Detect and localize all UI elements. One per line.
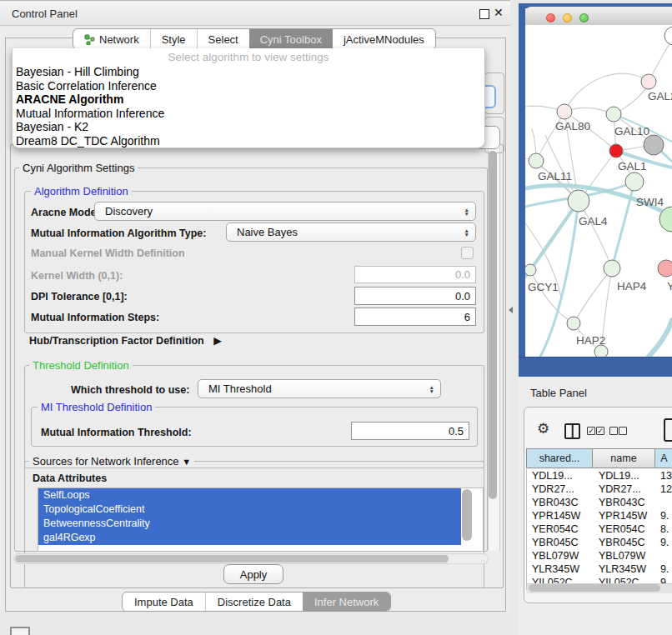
network-node-y[interactable] — [658, 260, 672, 277]
network-node-label: SWI4 — [636, 196, 664, 208]
which-threshold-combo[interactable]: MI Threshold ▲▼ — [198, 379, 441, 398]
tab-infer-network[interactable]: Infer Network — [303, 592, 390, 611]
sources-title[interactable]: Sources for Network Inference ▼ — [29, 455, 194, 468]
tab-network[interactable]: Network — [73, 29, 150, 49]
network-node-hap2[interactable] — [567, 317, 580, 330]
table-row[interactable]: YLR345WYLR345W9. — [527, 562, 672, 576]
deselect-all-checkbox-icon[interactable] — [619, 427, 627, 435]
deselect-all-checkbox-icon[interactable] — [609, 427, 618, 435]
network-edge-highlighted[interactable] — [649, 320, 672, 357]
network-edge[interactable] — [579, 201, 612, 268]
select-all-checkbox-icon[interactable]: ✓ — [596, 427, 604, 435]
table-cell: YBR045C — [594, 537, 656, 548]
table-cell: 8. — [656, 523, 669, 535]
kernel-width-field: 0.0 — [354, 266, 476, 283]
algorithm-option[interactable]: Basic Correlation Inference — [16, 79, 479, 93]
tab-select[interactable]: Select — [197, 29, 249, 49]
network-node[interactable] — [644, 135, 664, 155]
table-cell: YDR27... — [527, 483, 594, 495]
hub-section-label[interactable]: Hub/Transcription Factor Definition ▶ — [29, 334, 222, 347]
algorithm-option[interactable]: Mutual Information Inference — [16, 107, 479, 121]
mi-threshold-field[interactable]: 0.5 — [351, 422, 469, 440]
algorithm-option[interactable]: Dream8 DC_TDC Algorithm — [16, 134, 479, 148]
window-close-icon[interactable] — [546, 13, 555, 22]
control-panel-tab-bar: NetworkStyleSelectCyni ToolboxjActiveMNo… — [73, 28, 436, 50]
network-edge-highlighted[interactable] — [540, 201, 579, 357]
table-cell: 13 — [656, 470, 672, 482]
network-edge[interactable] — [564, 73, 649, 112]
dpi-tolerance-label: DPI Tolerance [0,1]: — [31, 291, 128, 302]
algorithm-option[interactable]: Bayesian - Hill Climbing — [16, 65, 479, 79]
data-attribute-item[interactable]: BetweennessCentrality — [38, 517, 461, 531]
table-body[interactable]: YDL19...YDL19...13YDR27...YDR27...12YBR0… — [526, 469, 672, 590]
column-header-name[interactable]: name — [593, 448, 655, 468]
expand-right-icon[interactable]: ▶ — [213, 334, 222, 347]
network-node[interactable] — [664, 27, 672, 45]
table-cell: YDL19... — [527, 470, 594, 482]
table-row[interactable]: YBR045CYBR045C9. — [527, 536, 672, 549]
network-window-titlebar[interactable] — [525, 7, 672, 26]
mi-algorithm-type-combo[interactable]: Naive Bayes ▲▼ — [226, 222, 476, 242]
network-node[interactable] — [594, 345, 608, 357]
network-node-gal10[interactable] — [606, 107, 621, 122]
tab-label: jActiveMNodules — [344, 33, 424, 46]
network-node-label: HAP4 — [617, 280, 647, 292]
table-row[interactable]: YBL079WYBL079W — [527, 549, 672, 562]
data-attributes-list[interactable]: SelfLoopsTopologicalCoefficientBetweenne… — [38, 488, 484, 552]
table-hscrollbar-thumb[interactable] — [529, 584, 660, 592]
mi-steps-field[interactable]: 6 — [354, 308, 476, 326]
data-attribute-item[interactable]: gal4RGexp — [38, 531, 461, 545]
tab-impute-data[interactable]: Impute Data — [123, 592, 205, 611]
network-node-swi4[interactable] — [625, 172, 644, 191]
settings-hscrollbar-thumb[interactable] — [15, 555, 449, 562]
algorithm-option[interactable]: Bayesian - K2 — [16, 120, 479, 134]
network-node-gal1[interactable] — [609, 144, 623, 158]
column-selector-icon[interactable] — [564, 423, 580, 439]
network-node-gal2[interactable] — [641, 74, 656, 89]
split-pane-collapse-icon[interactable] — [509, 307, 513, 313]
window-zoom-icon[interactable] — [579, 13, 589, 22]
minimized-panel-icon[interactable] — [10, 627, 30, 635]
network-node-gcy1[interactable] — [525, 264, 536, 276]
network-node-gal80[interactable] — [557, 104, 572, 119]
table-row[interactable]: YDR27...YDR27...12 — [527, 482, 672, 496]
collapse-down-icon[interactable]: ▼ — [182, 457, 191, 467]
tab-cyni-toolbox[interactable]: Cyni Toolbox — [249, 29, 333, 49]
table-cell: YBL079W — [527, 550, 594, 562]
bottom-tab-bar: Impute DataDiscretize DataInfer Network — [122, 592, 391, 612]
window-minimize-icon[interactable] — [563, 13, 572, 22]
tab-jactivemnodules[interactable]: jActiveMNodules — [333, 29, 435, 49]
table-row[interactable]: YER054CYER054C8. — [527, 522, 672, 536]
network-view-canvas[interactable]: GAL2GAL80GAL10GAL1GAL11SWI4GAL4GCY1HAP4Y… — [525, 25, 672, 357]
close-icon[interactable]: ✕ — [494, 6, 504, 19]
apply-button[interactable]: Apply — [223, 564, 283, 584]
manual-kernel-width-checkbox[interactable] — [461, 247, 474, 259]
float-window-icon[interactable] — [479, 9, 489, 19]
aracne-mode-combo[interactable]: Discovery ▲▼ — [94, 202, 476, 221]
data-attributes-label: Data Attributes — [33, 472, 107, 484]
network-node-gal4[interactable] — [568, 190, 589, 212]
table-cell: YLR345W — [594, 563, 656, 575]
network-icon — [84, 34, 95, 45]
data-attribute-item[interactable]: TopologicalCoefficient — [38, 502, 461, 517]
network-edge[interactable] — [574, 268, 612, 323]
table-row[interactable]: YDL19...YDL19...13 — [527, 469, 672, 482]
attributes-list-scrollbar[interactable] — [462, 489, 472, 541]
column-header-shared...[interactable]: shared... — [526, 448, 593, 468]
algorithm-option[interactable]: ARACNE Algorithm — [16, 92, 479, 107]
column-header-A[interactable]: A — [655, 448, 672, 468]
data-attribute-item[interactable]: SelfLoops — [38, 488, 461, 502]
table-header-row: shared...nameA — [526, 448, 672, 468]
table-row[interactable]: YPR145WYPR145W9. — [527, 509, 672, 522]
settings-vscrollbar-thumb[interactable] — [489, 151, 497, 499]
tab-style[interactable]: Style — [150, 29, 197, 49]
network-node-hap4[interactable] — [604, 260, 620, 277]
document-icon[interactable] — [664, 418, 672, 442]
table-settings-gear-icon[interactable]: ⚙ — [537, 420, 549, 438]
tab-discretize-data[interactable]: Discretize Data — [205, 592, 303, 611]
network-edge[interactable] — [536, 112, 564, 161]
network-node-gal11[interactable] — [529, 153, 544, 168]
table-row[interactable]: YBR043CYBR043C — [527, 496, 672, 509]
dpi-tolerance-field[interactable]: 0.0 — [354, 287, 476, 305]
select-all-checkbox-icon[interactable]: ✓ — [587, 427, 595, 435]
